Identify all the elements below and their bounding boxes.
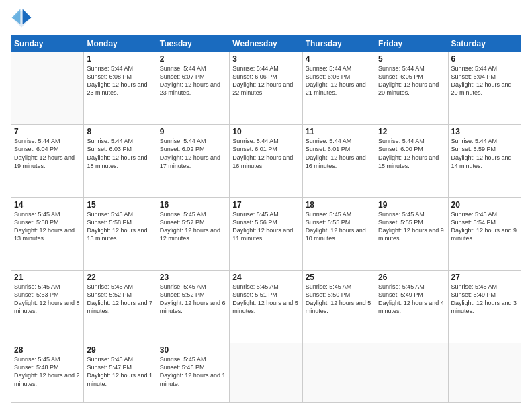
day-number: 18 <box>306 200 372 210</box>
day-info: Sunrise: 5:45 AM Sunset: 5:52 PM Dayligh… <box>87 283 153 316</box>
week-row-0: 1Sunrise: 5:44 AM Sunset: 6:08 PM Daylig… <box>11 52 521 125</box>
day-number: 15 <box>87 200 153 210</box>
day-header-tuesday: Tuesday <box>157 36 229 52</box>
week-row-1: 7Sunrise: 5:44 AM Sunset: 6:04 PM Daylig… <box>11 125 521 197</box>
day-number: 23 <box>160 273 226 282</box>
day-info: Sunrise: 5:44 AM Sunset: 5:59 PM Dayligh… <box>451 137 518 170</box>
day-number: 19 <box>378 200 445 210</box>
calendar-cell: 7Sunrise: 5:44 AM Sunset: 6:04 PM Daylig… <box>11 125 84 197</box>
day-number: 25 <box>306 273 372 282</box>
day-info: Sunrise: 5:45 AM Sunset: 5:56 PM Dayligh… <box>232 210 299 243</box>
day-info: Sunrise: 5:44 AM Sunset: 6:08 PM Dayligh… <box>87 64 153 97</box>
day-number: 2 <box>160 54 226 64</box>
calendar-cell: 6Sunrise: 5:44 AM Sunset: 6:04 PM Daylig… <box>448 52 521 125</box>
calendar-cell: 22Sunrise: 5:45 AM Sunset: 5:52 PM Dayli… <box>84 270 157 342</box>
logo <box>11 8 35 30</box>
calendar-cell: 13Sunrise: 5:44 AM Sunset: 5:59 PM Dayli… <box>448 125 521 197</box>
calendar-cell <box>448 343 521 403</box>
calendar-cell: 27Sunrise: 5:45 AM Sunset: 5:49 PM Dayli… <box>448 270 521 342</box>
day-info: Sunrise: 5:45 AM Sunset: 5:53 PM Dayligh… <box>14 283 81 316</box>
week-row-4: 28Sunrise: 5:45 AM Sunset: 5:48 PM Dayli… <box>11 343 521 403</box>
calendar-cell: 19Sunrise: 5:45 AM Sunset: 5:55 PM Dayli… <box>375 197 448 270</box>
day-info: Sunrise: 5:45 AM Sunset: 5:54 PM Dayligh… <box>451 210 518 243</box>
day-info: Sunrise: 5:44 AM Sunset: 6:00 PM Dayligh… <box>378 137 445 170</box>
day-number: 8 <box>87 127 153 136</box>
day-number: 30 <box>160 345 226 355</box>
day-info: Sunrise: 5:45 AM Sunset: 5:49 PM Dayligh… <box>451 283 518 316</box>
day-info: Sunrise: 5:44 AM Sunset: 6:02 PM Dayligh… <box>160 137 226 170</box>
day-info: Sunrise: 5:44 AM Sunset: 6:05 PM Dayligh… <box>378 64 445 97</box>
day-info: Sunrise: 5:45 AM Sunset: 5:55 PM Dayligh… <box>306 210 372 243</box>
week-row-3: 21Sunrise: 5:45 AM Sunset: 5:53 PM Dayli… <box>11 270 521 342</box>
day-header-saturday: Saturday <box>448 36 521 52</box>
day-info: Sunrise: 5:45 AM Sunset: 5:47 PM Dayligh… <box>87 355 153 388</box>
day-info: Sunrise: 5:45 AM Sunset: 5:58 PM Dayligh… <box>14 210 81 243</box>
calendar-cell: 8Sunrise: 5:44 AM Sunset: 6:03 PM Daylig… <box>84 125 157 197</box>
day-info: Sunrise: 5:44 AM Sunset: 6:01 PM Dayligh… <box>306 137 372 170</box>
day-number: 27 <box>451 273 518 282</box>
day-number: 26 <box>378 273 445 282</box>
calendar-cell: 4Sunrise: 5:44 AM Sunset: 6:06 PM Daylig… <box>302 52 375 125</box>
day-number: 3 <box>232 54 299 64</box>
day-number: 10 <box>232 127 299 136</box>
day-header-monday: Monday <box>84 36 157 52</box>
day-info: Sunrise: 5:44 AM Sunset: 6:07 PM Dayligh… <box>160 64 226 97</box>
calendar-cell: 16Sunrise: 5:45 AM Sunset: 5:57 PM Dayli… <box>157 197 229 270</box>
day-number: 24 <box>232 273 299 282</box>
day-number: 22 <box>87 273 153 282</box>
calendar-cell: 28Sunrise: 5:45 AM Sunset: 5:48 PM Dayli… <box>11 343 84 403</box>
day-number: 6 <box>451 54 518 64</box>
calendar-cell: 30Sunrise: 5:45 AM Sunset: 5:46 PM Dayli… <box>157 343 229 403</box>
day-number: 13 <box>451 127 518 136</box>
calendar-cell: 15Sunrise: 5:45 AM Sunset: 5:58 PM Dayli… <box>84 197 157 270</box>
day-info: Sunrise: 5:45 AM Sunset: 5:58 PM Dayligh… <box>87 210 153 243</box>
day-info: Sunrise: 5:44 AM Sunset: 6:04 PM Dayligh… <box>14 137 81 170</box>
day-number: 14 <box>14 200 81 210</box>
day-info: Sunrise: 5:44 AM Sunset: 6:01 PM Dayligh… <box>232 137 299 170</box>
calendar-cell: 24Sunrise: 5:45 AM Sunset: 5:51 PM Dayli… <box>230 270 302 342</box>
calendar-cell: 17Sunrise: 5:45 AM Sunset: 5:56 PM Dayli… <box>230 197 302 270</box>
calendar-cell: 9Sunrise: 5:44 AM Sunset: 6:02 PM Daylig… <box>157 125 229 197</box>
day-number: 11 <box>306 127 372 136</box>
day-info: Sunrise: 5:44 AM Sunset: 6:06 PM Dayligh… <box>306 64 372 97</box>
day-info: Sunrise: 5:45 AM Sunset: 5:52 PM Dayligh… <box>160 283 226 316</box>
day-number: 16 <box>160 200 226 210</box>
calendar-table: SundayMondayTuesdayWednesdayThursdayFrid… <box>11 35 521 403</box>
day-number: 29 <box>87 345 153 355</box>
calendar-cell: 3Sunrise: 5:44 AM Sunset: 6:06 PM Daylig… <box>230 52 302 125</box>
calendar-cell: 14Sunrise: 5:45 AM Sunset: 5:58 PM Dayli… <box>11 197 84 270</box>
day-info: Sunrise: 5:45 AM Sunset: 5:46 PM Dayligh… <box>160 355 226 388</box>
day-number: 7 <box>14 127 81 136</box>
calendar-cell: 20Sunrise: 5:45 AM Sunset: 5:54 PM Dayli… <box>448 197 521 270</box>
logo-icon <box>11 8 32 30</box>
calendar-cell: 26Sunrise: 5:45 AM Sunset: 5:49 PM Dayli… <box>375 270 448 342</box>
day-info: Sunrise: 5:45 AM Sunset: 5:51 PM Dayligh… <box>232 283 299 316</box>
day-number: 28 <box>14 345 81 355</box>
day-info: Sunrise: 5:45 AM Sunset: 5:57 PM Dayligh… <box>160 210 226 243</box>
day-number: 4 <box>306 54 372 64</box>
day-header-thursday: Thursday <box>302 36 375 52</box>
calendar-cell <box>11 52 84 125</box>
day-number: 17 <box>232 200 299 210</box>
day-header-sunday: Sunday <box>11 36 84 52</box>
calendar-cell: 23Sunrise: 5:45 AM Sunset: 5:52 PM Dayli… <box>157 270 229 342</box>
calendar-cell: 11Sunrise: 5:44 AM Sunset: 6:01 PM Dayli… <box>302 125 375 197</box>
calendar-cell: 1Sunrise: 5:44 AM Sunset: 6:08 PM Daylig… <box>84 52 157 125</box>
day-info: Sunrise: 5:45 AM Sunset: 5:55 PM Dayligh… <box>378 210 445 243</box>
calendar-cell: 2Sunrise: 5:44 AM Sunset: 6:07 PM Daylig… <box>157 52 229 125</box>
header <box>11 8 521 30</box>
day-info: Sunrise: 5:44 AM Sunset: 6:04 PM Dayligh… <box>451 64 518 97</box>
day-number: 1 <box>87 54 153 64</box>
day-number: 20 <box>451 200 518 210</box>
calendar-cell: 5Sunrise: 5:44 AM Sunset: 6:05 PM Daylig… <box>375 52 448 125</box>
day-info: Sunrise: 5:44 AM Sunset: 6:06 PM Dayligh… <box>232 64 299 97</box>
calendar-cell: 12Sunrise: 5:44 AM Sunset: 6:00 PM Dayli… <box>375 125 448 197</box>
day-number: 5 <box>378 54 445 64</box>
calendar-cell: 18Sunrise: 5:45 AM Sunset: 5:55 PM Dayli… <box>302 197 375 270</box>
calendar-cell: 21Sunrise: 5:45 AM Sunset: 5:53 PM Dayli… <box>11 270 84 342</box>
day-info: Sunrise: 5:44 AM Sunset: 6:03 PM Dayligh… <box>87 137 153 170</box>
calendar-cell: 29Sunrise: 5:45 AM Sunset: 5:47 PM Dayli… <box>84 343 157 403</box>
calendar-cell <box>230 343 302 403</box>
days-header-row: SundayMondayTuesdayWednesdayThursdayFrid… <box>11 36 521 52</box>
calendar-cell <box>302 343 375 403</box>
